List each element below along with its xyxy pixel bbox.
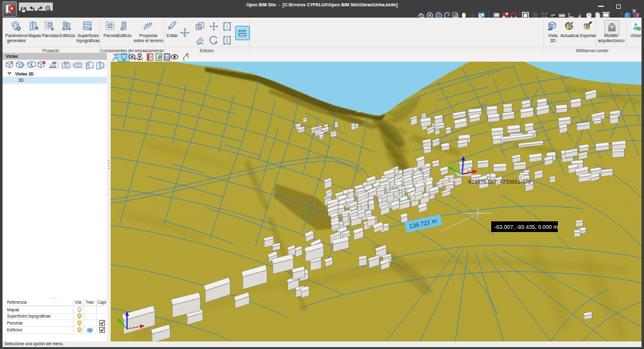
svg-text:-819676.387, 4733651.470: -819676.387, 4733651.470 [467, 179, 531, 185]
svg-text:-63.007, -93.435, 0.000 m: -63.007, -93.435, 0.000 m [494, 224, 558, 230]
